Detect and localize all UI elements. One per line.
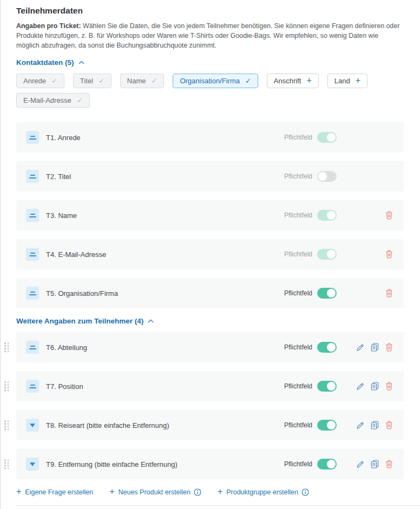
field-label: T2. Titel: [46, 173, 71, 181]
teilnehmerdaten-panel: Teilnehmerdaten Angaben pro Ticket: Wähl…: [0, 0, 420, 506]
required-label: Pflichtfeld: [284, 460, 312, 468]
check-icon: ✓: [152, 77, 158, 85]
edit-icon[interactable]: [356, 382, 364, 391]
edit-icon[interactable]: [356, 421, 364, 429]
edit-icon[interactable]: [356, 343, 364, 352]
text-field-type-icon: [26, 248, 39, 261]
required-toggle[interactable]: [317, 210, 337, 221]
delete-icon[interactable]: [385, 343, 393, 352]
info-icon[interactable]: [194, 488, 201, 496]
delete-icon[interactable]: [385, 289, 393, 298]
select-field-type-icon: [26, 419, 39, 432]
field-label: T9. Entfernung (bitte einfache Entfernun…: [46, 460, 178, 468]
delete-icon[interactable]: [385, 382, 393, 391]
chip-titel[interactable]: Titel ✓ +: [73, 74, 111, 88]
chip-anrede[interactable]: Anrede ✓ +: [16, 74, 64, 88]
section-title: Kontaktdaten (5): [16, 58, 74, 67]
required-label: Pflichtfeld: [284, 382, 312, 390]
toggle-knob: [327, 289, 336, 298]
check-icon: ✓: [245, 77, 251, 85]
section-header-kontaktdaten[interactable]: Kontaktdaten (5): [16, 58, 84, 67]
required-label: Pflichtfeld: [284, 421, 312, 429]
copy-icon[interactable]: [371, 421, 379, 429]
drag-handle-icon[interactable]: [4, 342, 9, 352]
text-lines-glyph: [29, 385, 36, 388]
link-label: Eigene Frage erstellen: [25, 488, 93, 496]
plus-icon: +: [16, 487, 21, 497]
required-label: Pflichtfeld: [284, 289, 312, 297]
required-toggle[interactable]: [317, 288, 337, 299]
text-field-type-icon: [26, 287, 39, 300]
chip-name[interactable]: Name ✓ +: [120, 74, 165, 88]
required-label: Pflichtfeld: [284, 250, 312, 258]
panel-left-border: [0, 0, 1, 509]
required-toggle[interactable]: [317, 459, 337, 470]
field-row-t6: T6. Abteilung Pflichtfeld: [16, 332, 404, 362]
toggle-knob: [327, 421, 336, 429]
text-field-type-icon: [26, 341, 39, 354]
intro-lead: Angaben pro Ticket:: [16, 22, 81, 30]
check-icon: ✓: [77, 96, 83, 104]
field-row-t7: T7. Position Pflichtfeld: [16, 371, 404, 401]
chip-label: Organisation/Firma: [180, 77, 240, 85]
drag-handle-icon[interactable]: [4, 420, 9, 430]
create-product-group-button[interactable]: + Produktgruppe erstellen: [218, 488, 309, 497]
field-row-t1: T1. Anrede Pflichtfeld: [16, 122, 404, 153]
edit-icon[interactable]: [356, 460, 364, 468]
required-label: Pflichtfeld: [284, 173, 312, 180]
text-lines-glyph: [29, 214, 36, 217]
text-field-type-icon: [26, 170, 39, 183]
bottom-divider: [16, 505, 420, 506]
required-toggle[interactable]: [317, 342, 337, 353]
copy-icon[interactable]: [371, 382, 379, 391]
plus-icon: +: [109, 487, 114, 497]
text-lines-glyph: [29, 175, 36, 179]
delete-icon[interactable]: [385, 421, 393, 429]
field-row-t4: T4. E-Mail-Adresse Pflichtfeld: [16, 239, 404, 269]
create-question-button[interactable]: + Eigene Frage erstellen: [16, 488, 93, 497]
chip-label: E-Mail-Adresse: [23, 96, 71, 104]
select-field-type-icon: [26, 458, 39, 471]
link-label: Produktgruppe erstellen: [226, 488, 298, 496]
toggle-knob: [327, 343, 336, 352]
toggle-knob: [318, 172, 327, 181]
field-row-t3: T3. Name Pflichtfeld: [16, 200, 404, 230]
delete-icon[interactable]: [385, 250, 393, 259]
chip-anschrift[interactable]: Anschrift ✓ +: [267, 74, 319, 88]
required-toggle[interactable]: [317, 249, 337, 260]
text-field-type-icon: [26, 209, 39, 222]
required-toggle[interactable]: [317, 381, 337, 392]
plus-icon: +: [218, 487, 222, 497]
footer-actions: + Eigene Frage erstellen + Neues Produkt…: [16, 488, 404, 497]
section-header-weitere-angaben[interactable]: Weitere Angaben zum Teilnehmer (4): [16, 317, 154, 325]
link-label: Neues Produkt erstellen: [118, 488, 190, 496]
toggle-knob: [327, 382, 336, 391]
chip-label: Anrede: [23, 77, 46, 85]
required-toggle[interactable]: [317, 420, 337, 431]
contact-rows: T1. Anrede Pflichtfeld T2. Titel Pflicht…: [16, 122, 404, 308]
plus-icon: +: [356, 76, 360, 85]
drag-handle-icon[interactable]: [4, 459, 9, 469]
chip-email-adresse[interactable]: E-Mail-Adresse ✓ +: [16, 93, 90, 108]
text-lines-glyph: [29, 292, 36, 295]
copy-icon[interactable]: [371, 343, 379, 352]
toggle-knob: [327, 133, 336, 142]
field-label: T1. Anrede: [46, 134, 81, 142]
toggle-knob: [327, 250, 336, 259]
chip-organisation-firma[interactable]: Organisation/Firma ✓ +: [173, 74, 258, 88]
required-toggle[interactable]: [317, 132, 337, 143]
drag-handle-icon[interactable]: [4, 381, 9, 391]
delete-icon[interactable]: [385, 211, 393, 220]
info-icon[interactable]: [301, 488, 309, 496]
chip-land[interactable]: Land ✓ +: [327, 74, 368, 88]
delete-icon[interactable]: [385, 460, 393, 468]
field-label: T7. Position: [46, 382, 83, 391]
chip-label: Titel: [80, 77, 93, 85]
toggle-knob: [327, 460, 336, 468]
field-label: T5. Organisation/Firma: [46, 289, 118, 298]
required-label: Pflichtfeld: [284, 343, 312, 351]
copy-icon[interactable]: [371, 460, 379, 468]
text-lines-glyph: [29, 346, 36, 349]
create-product-button[interactable]: + Neues Produkt erstellen: [109, 488, 201, 497]
required-toggle[interactable]: [317, 171, 337, 182]
